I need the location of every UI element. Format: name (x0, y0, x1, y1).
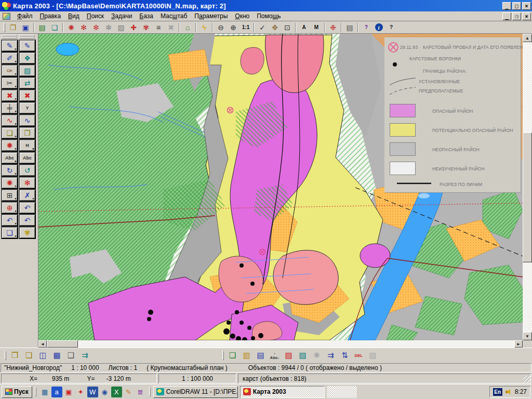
toolbar-grip[interactable] (222, 351, 224, 360)
menu-search[interactable]: Поиск (83, 11, 108, 21)
rotate-area-button[interactable]: ↺ (19, 164, 36, 177)
pages-button[interactable]: ❏▸ (1, 227, 18, 239)
menu-edit[interactable]: Правка (36, 11, 65, 21)
media-player-icon[interactable]: ◉ (99, 387, 110, 397)
resize-grip[interactable] (523, 376, 530, 382)
search-add-button[interactable]: ✚ (127, 22, 140, 33)
map-copy-button[interactable]: ❏ (48, 22, 61, 33)
grid-button[interactable]: ⊞▸ (1, 189, 18, 202)
hatch-area-button[interactable]: ▨ (19, 64, 36, 77)
menu-params[interactable]: Параметры (191, 11, 231, 21)
open-button[interactable]: ❐ (7, 22, 19, 33)
map-canvas[interactable]: 29.11.93 КАРСТОВЫЙ ПРОВАЛ И ДАТА ЕГО ПОЯ… (38, 34, 523, 340)
delete-multi-button[interactable]: ✖ (19, 89, 36, 102)
exit-gears-button[interactable]: ✾ (19, 227, 36, 239)
save-button[interactable]: ▣ (19, 22, 32, 33)
vertical-scrollbar[interactable]: ▲ ▼ (523, 34, 532, 340)
menu-scale[interactable]: Масштаб (157, 11, 191, 21)
save-set-icon[interactable]: ▣ (63, 387, 74, 397)
abc-label2-button[interactable]: Abc (19, 152, 36, 164)
panel-grip[interactable] (19, 37, 35, 38)
scroll-down-button[interactable]: ▼ (523, 332, 532, 340)
pin-disabled-button[interactable]: ✺ (310, 349, 324, 362)
tile-windows-button[interactable]: ▤ (254, 349, 268, 362)
undo-button[interactable]: ↶ (19, 214, 36, 227)
panel-grip[interactable] (2, 35, 17, 36)
context-help-button[interactable]: ? (385, 22, 397, 33)
show-desktop-icon[interactable]: ▦ (39, 387, 50, 397)
search-cancel-button[interactable]: ✖ (165, 22, 177, 33)
search-dots-button[interactable]: ✼ (90, 22, 102, 33)
child-minimize-button[interactable]: _ (502, 12, 511, 20)
hatch-disabled-button[interactable]: ▧ (366, 349, 380, 362)
undo-area-button[interactable]: ↶▸ (1, 214, 18, 227)
scroll-up-button[interactable]: ▲ (523, 34, 532, 42)
menu-tasks[interactable]: Задачи (108, 11, 136, 21)
hatch-select2-button[interactable]: ▨ (296, 349, 310, 362)
brush-set-button[interactable]: ✑▸ (1, 64, 18, 77)
import-folder-button[interactable]: ❐ (8, 349, 22, 362)
zoom-fix-button[interactable]: ⊕▸ (1, 202, 18, 214)
search-query-button[interactable]: ✾ (140, 22, 152, 33)
select-area-button[interactable]: ▨ (115, 22, 127, 33)
layers-button[interactable]: ▤ (36, 22, 48, 33)
toolbar-grip[interactable] (4, 23, 5, 32)
select-object-m-button[interactable]: M (310, 22, 323, 33)
topology-button[interactable]: Y (19, 102, 36, 114)
home-button[interactable]: ⌂ (181, 22, 194, 33)
h-label-button[interactable]: H▸ (19, 139, 36, 152)
zoom-out-button[interactable]: ⊖ (215, 22, 227, 33)
find-area-button[interactable]: ✺▸ (1, 177, 18, 189)
menu-help[interactable]: Помощь (253, 11, 284, 21)
select-mode-button[interactable]: ✓ (256, 22, 269, 33)
info-button[interactable]: i (373, 22, 385, 33)
task-karta2003[interactable]: Карта 2003 (240, 386, 325, 398)
scale-1-1-button[interactable]: 1:1 (240, 22, 252, 33)
hscroll-track[interactable] (47, 340, 514, 348)
search-text-button[interactable]: ✻ (77, 22, 90, 33)
menu-view[interactable]: Вид (64, 11, 83, 21)
list-button[interactable]: ≡ (152, 22, 165, 33)
copy-layers2-button[interactable]: ❐ (19, 127, 36, 139)
find-grid-button[interactable]: ✻ (19, 177, 36, 189)
pencil-polygon-button[interactable]: ❖ (19, 52, 36, 64)
menu-window[interactable]: Окно (231, 11, 253, 21)
parallel-h-button[interactable]: ⇅ (338, 349, 352, 362)
hscroll-thumb[interactable] (47, 340, 78, 348)
taskbar-grip[interactable] (149, 387, 151, 396)
export-folder-button[interactable]: ❏ (22, 349, 36, 362)
maximize-button[interactable]: □ (512, 2, 521, 10)
delete-object-button[interactable]: ✖▸ (1, 89, 18, 102)
taskbar-grip[interactable] (35, 387, 36, 396)
panel-grip[interactable] (2, 37, 17, 38)
draw-pencil-button[interactable]: ✎▸ (1, 39, 18, 52)
pan-hand-button[interactable]: ✥ (269, 22, 281, 33)
palette-button[interactable]: ❉ (327, 22, 339, 33)
abc-format-button[interactable]: -Abc- (268, 349, 282, 362)
archive-icon[interactable]: ≣ (135, 387, 146, 397)
task-coreldraw[interactable]: CorelDRAW 11 - [D:\ПРЕ... (153, 386, 238, 398)
refresh-bolt-button[interactable]: ϟ (198, 22, 210, 33)
hatch-select-button[interactable]: ▨ (282, 349, 296, 362)
erase-draw-button[interactable]: ✗▸ (19, 189, 36, 202)
undo-table-button[interactable]: ↶ (19, 202, 36, 214)
rotate-button[interactable]: ↻▸ (1, 164, 18, 177)
select-object-a-button[interactable]: A (298, 22, 310, 33)
doc-list-button[interactable]: ❑ (64, 349, 78, 362)
child-close-button[interactable]: × (522, 12, 531, 20)
start-button[interactable]: Пуск (2, 386, 32, 398)
scroll-right-button[interactable]: ► (514, 340, 523, 348)
search-button[interactable]: ✺ (65, 22, 77, 33)
runner-icon[interactable]: ✦ (75, 387, 86, 397)
paint-icon[interactable]: ✎ (123, 387, 134, 397)
edit-spline2-button[interactable]: ∿ (19, 114, 36, 127)
pencil-query-button[interactable]: ✐▸ (1, 52, 18, 64)
close-button[interactable]: × (522, 2, 531, 10)
scroll-left-button[interactable]: ◄ (38, 340, 47, 348)
vscroll-thumb[interactable] (523, 132, 532, 262)
pan-frame-button[interactable]: ⊡ (281, 22, 294, 33)
child-restore-button[interactable]: ❐ (512, 12, 521, 20)
help-book-button[interactable]: ? (360, 22, 373, 33)
app-a-icon[interactable]: a (51, 387, 62, 397)
parallel-lines-button[interactable]: ⇉ (324, 349, 338, 362)
